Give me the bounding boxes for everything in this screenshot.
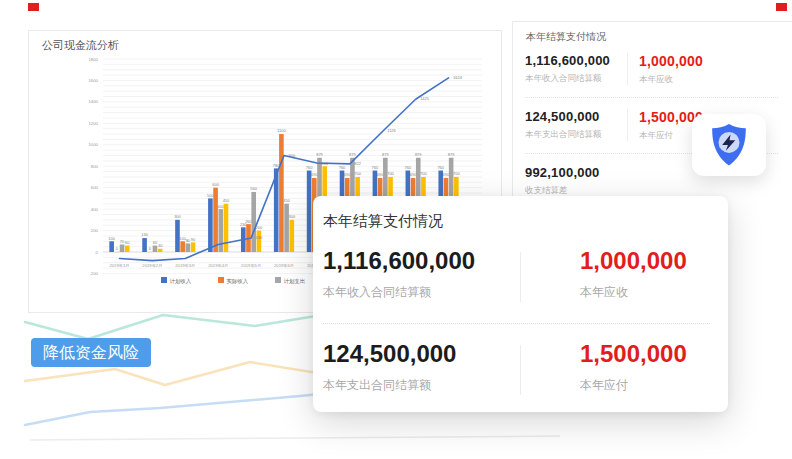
- shield-lightning-icon: [708, 122, 750, 168]
- x-tick-label: 2019年4月: [208, 263, 228, 268]
- bar-label: 300: [288, 214, 295, 219]
- legend-swatch-计划支出: [275, 277, 281, 283]
- bar-实际收入: [279, 134, 284, 252]
- bar-计划收入: [109, 241, 114, 252]
- bar-label: 760: [372, 165, 379, 170]
- bar-计划支出: [186, 243, 191, 252]
- receivable-label: 本年应收: [639, 74, 792, 86]
- popup-expense-settlement-label: 本年支出合同结算额: [323, 377, 520, 394]
- bar-实际收入: [180, 241, 185, 252]
- bar-label: 879: [316, 152, 323, 157]
- expense-settlement-label: 本年支出合同结算额: [525, 129, 627, 141]
- y-tick-label: 1800: [88, 57, 98, 62]
- bar-label: 600: [212, 182, 219, 187]
- bar-label: 130: [141, 232, 148, 237]
- bar-实际支出: [224, 204, 229, 252]
- bar-实际支出: [191, 242, 196, 252]
- bar-计划支出: [218, 209, 223, 252]
- bar-label: 100: [108, 236, 115, 241]
- legend-label: 实际收入: [227, 278, 249, 285]
- bar-label: 879: [415, 152, 422, 157]
- y-tick-label: 400: [91, 207, 99, 212]
- line-point-label: 822: [354, 161, 361, 166]
- income-settlement-value: 1,116,600,000: [525, 53, 627, 68]
- popup-payable-label: 本年应付: [580, 377, 687, 394]
- bar-实际支出: [158, 249, 163, 252]
- y-tick-label: 1600: [88, 78, 98, 83]
- security-shield-card: [692, 114, 766, 176]
- dashboard-screenshot: { "colors": { "accent_red": "#e11d1d", "…: [0, 0, 792, 459]
- bar-实际支出: [290, 220, 295, 252]
- x-tick-label: 2019年1月: [109, 263, 129, 268]
- bg-line-gray: [30, 436, 560, 440]
- x-tick-label: 2019年3月: [175, 263, 195, 268]
- red-crop-artifact-left: [28, 3, 39, 11]
- line-point-label: 1624: [453, 75, 463, 80]
- popup-income-settlement-label: 本年收入合同结算额: [323, 284, 520, 301]
- popup-expense-settlement-value: 124,500,000: [323, 340, 520, 368]
- bar-label: 879: [382, 152, 389, 157]
- bar-计划收入: [307, 171, 312, 252]
- bar-label: 450: [223, 198, 230, 203]
- bar-label: 90: [191, 237, 196, 242]
- popup-row-income: 1,116,600,000 本年收入合同结算额 1,000,000 本年应收: [323, 247, 718, 309]
- bar-label: 300: [174, 214, 181, 219]
- line-point-label: 130: [256, 235, 263, 240]
- expense-settlement-value: 124,500,000: [525, 109, 627, 124]
- y-tick-label: 1200: [88, 121, 98, 126]
- legend-label: 计划支出: [284, 278, 306, 285]
- popup-title: 本年结算支付情况: [323, 212, 718, 231]
- popup-receivable-label: 本年应收: [580, 284, 687, 301]
- y-tick-label: -200: [89, 271, 98, 276]
- panel-title: 本年结算支付情况: [526, 30, 792, 44]
- settlement-popup-card: 本年结算支付情况 1,116,600,000 本年收入合同结算额 1,000,0…: [313, 196, 728, 412]
- bar-label: 760: [437, 165, 444, 170]
- red-crop-artifact-right: [776, 3, 787, 11]
- panel-row-income: 1,116,600,000 本年收入合同结算额 1,000,000 本年应收: [525, 53, 792, 86]
- line-point-label: 900: [289, 153, 296, 158]
- popup-dotted-divider: [323, 323, 710, 324]
- bar-label: 700: [420, 171, 427, 176]
- bar-label: 560: [250, 186, 257, 191]
- y-tick-label: 600: [91, 185, 99, 190]
- bar-label: 60: [125, 240, 130, 245]
- y-tick-label: 200: [91, 228, 99, 233]
- line-point-label: 1425: [420, 96, 430, 101]
- bar-label: 0: [149, 246, 152, 251]
- bar-label: 1100: [277, 128, 286, 133]
- y-tick-label: 1000: [88, 142, 98, 147]
- line-point-label: 1126: [387, 128, 396, 133]
- bar-label: 0: [116, 246, 119, 251]
- y-tick-label: 1400: [88, 99, 98, 104]
- legend-swatch-实际收入: [218, 277, 224, 283]
- balance-value: 992,100,000: [525, 165, 627, 180]
- bar-label: 760: [339, 165, 346, 170]
- income-settlement-label: 本年收入合同结算额: [525, 73, 627, 85]
- panel-dotted-divider: [525, 97, 778, 98]
- bar-label: 879: [448, 152, 455, 157]
- bar-label: 760: [404, 165, 411, 170]
- legend-label: 计划收入: [170, 278, 192, 284]
- popup-row-expense: 124,500,000 本年支出合同结算额 1,500,000 本年应付: [323, 340, 718, 402]
- bar-label: 450: [283, 198, 290, 203]
- y-tick-label: 0: [96, 250, 99, 255]
- bar-label: 700: [453, 171, 460, 176]
- bar-label: 700: [387, 171, 394, 176]
- popup-receivable-value: 1,000,000: [580, 247, 687, 275]
- bar-label: 700: [354, 171, 361, 176]
- bar-实际支出: [125, 246, 130, 252]
- y-tick-label: 800: [91, 164, 99, 169]
- bar-计划支出: [284, 204, 289, 252]
- bar-实际支出: [257, 231, 262, 252]
- bar-label: 879: [349, 152, 356, 157]
- x-tick-label: 2019年5月: [241, 263, 261, 268]
- bar-计划收入: [142, 238, 147, 252]
- popup-income-settlement-value: 1,116,600,000: [323, 247, 520, 275]
- bar-label: 30: [158, 243, 163, 248]
- legend-swatch-计划收入: [161, 277, 167, 283]
- bar-计划支出: [153, 246, 158, 252]
- bar-计划支出: [251, 192, 256, 252]
- x-tick-label: 2019年2月: [142, 263, 162, 268]
- x-tick-label: 2019年6月: [274, 263, 294, 268]
- risk-reduction-badge: 降低资金风险: [31, 338, 151, 367]
